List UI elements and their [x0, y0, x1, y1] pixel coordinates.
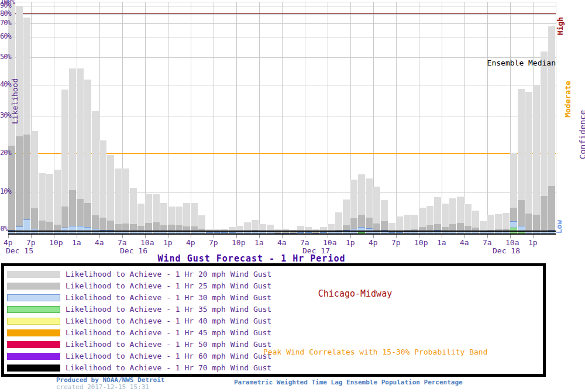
legend-swatch: [7, 283, 60, 290]
legend-label: Likelihood to Achieve - 1 Hr 35 mph Wind…: [66, 305, 271, 314]
y-tick-label: 0%: [0, 226, 8, 232]
x-tick-label: 7p: [209, 238, 218, 247]
ensemble-median-line: [8, 231, 556, 232]
y-tick-label: 20%: [0, 150, 8, 156]
y-tick-label: 50%: [0, 54, 8, 60]
legend-swatch: [7, 353, 60, 360]
x-tick-label: 1a: [437, 238, 446, 247]
legend-label: Likelihood to Achieve - 1 Hr 60 mph Wind…: [66, 352, 271, 360]
ensemble-median-label: Ensemble Median: [487, 59, 556, 67]
site-label: Chicago-Midway: [250, 288, 460, 299]
legend-swatch: [7, 306, 60, 313]
legend-label: Likelihood to Achieve - 1 Hr 40 mph Wind…: [66, 317, 271, 325]
legend-row: Likelihood to Achieve - 1 Hr 45 mph Wind…: [4, 328, 250, 339]
legend-label: Likelihood to Achieve - 1 Hr 45 mph Wind…: [66, 328, 271, 337]
legend-row: Likelihood to Achieve - 1 Hr 40 mph Wind…: [4, 316, 250, 328]
legend-row: Likelihood to Achieve - 1 Hr 70 mph Wind…: [4, 363, 250, 374]
vertical-gridline: [487, 2, 488, 235]
bar-segment-20-mph: [533, 85, 540, 234]
legend-swatch: [7, 318, 60, 325]
x-tick-label: 4p: [186, 238, 195, 247]
y-tick-label: 40%: [0, 82, 8, 87]
legend-swatch: [7, 329, 60, 336]
x-tick-label: 10p: [232, 238, 245, 247]
y-tick-label: 10%: [0, 189, 8, 194]
bar-segment-20-mph: [525, 92, 532, 234]
legend-row: Likelihood to Achieve - 1 Hr 60 mph Wind…: [4, 351, 250, 363]
plot-area: Ensemble Median: [8, 0, 556, 235]
legend-box: Likelihood to Achieve - 1 Hr 20 mph Wind…: [1, 263, 546, 377]
x-tick-label: 7a: [300, 238, 309, 247]
x-tick-label: 1a: [72, 238, 81, 247]
bar-segment-25-mph: [16, 136, 23, 234]
x-tick-label: 7a: [483, 238, 492, 247]
vertical-gridline: [305, 2, 305, 235]
legend-label: Likelihood to Achieve - 1 Hr 20 mph Wind…: [66, 270, 271, 278]
high-confidence-line: [8, 13, 556, 14]
vertical-gridline: [214, 2, 214, 235]
legend-row: Likelihood to Achieve - 1 Hr 35 mph Wind…: [4, 304, 250, 316]
vertical-gridline: [419, 2, 419, 235]
x-tick-label: 10a: [323, 238, 336, 247]
x-tick-label: 1p: [163, 238, 173, 247]
vertical-gridline: [396, 2, 397, 235]
y-tick-label: 60%: [0, 34, 8, 39]
y-tick-label: 70%: [0, 20, 8, 26]
peak-wind-note: Peak Wind Correlates with 15-30% Probabi…: [263, 348, 488, 356]
x-tick-label: 4p: [4, 238, 13, 247]
vertical-gridline: [282, 2, 283, 235]
x-tick-label: 1p: [528, 238, 538, 247]
x-tick-label: 1a: [254, 238, 264, 247]
y-tick-label: 90%: [0, 3, 8, 8]
y-axis-title: Likelihood: [11, 78, 19, 124]
bar-segment-30-mph: [69, 226, 76, 234]
legend-row: Likelihood to Achieve - 1 Hr 20 mph Wind…: [4, 269, 250, 281]
confidence-high-label: High: [556, 17, 565, 35]
x-tick-label: 7p: [391, 238, 401, 247]
legend-swatch: [7, 365, 60, 372]
legend-label: Likelihood to Achieve - 1 Hr 25 mph Wind…: [66, 281, 271, 290]
y-tick-label: 30%: [0, 113, 8, 118]
vertical-gridline: [442, 2, 442, 235]
vertical-gridline: [464, 2, 465, 235]
right-axis-title: Confidence: [578, 110, 585, 159]
x-tick-label: 7a: [118, 238, 127, 247]
x-tick-label: 4a: [460, 238, 469, 247]
legend-label: Likelihood to Achieve - 1 Hr 30 mph Wind…: [66, 293, 271, 302]
x-tick-label: 4a: [95, 238, 104, 247]
x-tick-label: 1p: [346, 238, 355, 247]
vertical-gridline: [236, 2, 237, 235]
confidence-moderate-label: Moderate: [563, 81, 572, 118]
x-tick-label: 10p: [414, 238, 428, 247]
chart-title: Wind Gust Forecast - 1 Hr Period: [0, 253, 503, 264]
legend-row: Likelihood to Achieve - 1 Hr 50 mph Wind…: [4, 339, 250, 351]
legend-row: Likelihood to Achieve - 1 Hr 25 mph Wind…: [4, 281, 250, 293]
y-tick-label: 80%: [0, 11, 8, 16]
x-tick-label: 4p: [369, 238, 378, 247]
vertical-gridline: [168, 2, 168, 235]
wind-gust-forecast-chart: Ensemble Median 100%90%80%70%60%50%40%30…: [0, 0, 585, 392]
x-tick-label: 10a: [140, 238, 154, 247]
vertical-gridline: [556, 2, 556, 235]
bar-segment-30-mph: [23, 219, 30, 234]
x-tick-label: 4a: [277, 238, 287, 247]
legend-swatch: [7, 341, 60, 348]
x-tick-label: 7p: [26, 238, 36, 247]
x-tick-label: 10a: [505, 238, 519, 247]
bar-segment-30-mph: [77, 226, 84, 234]
legend-row: Likelihood to Achieve - 1 Hr 30 mph Wind…: [4, 293, 250, 304]
legend-label: Likelihood to Achieve - 1 Hr 50 mph Wind…: [66, 340, 271, 349]
x-tick-label: 10p: [49, 238, 63, 247]
bar-segment-25-mph: [541, 196, 548, 234]
vertical-gridline: [259, 2, 260, 235]
bar-segment-25-mph: [548, 186, 555, 234]
vertical-gridline: [328, 2, 328, 235]
footer-created-timestamp: created 2017-12-15 15:31: [56, 383, 149, 391]
vertical-gridline: [191, 2, 191, 235]
confidence-low-label: Low: [555, 220, 563, 233]
legend-swatch: [7, 294, 60, 301]
legend-label: Likelihood to Achieve - 1 Hr 70 mph Wind…: [66, 363, 271, 372]
legend-swatch: [7, 271, 60, 278]
footer-method-note: Parametric Weighted Time Lag Ensemble Po…: [234, 379, 463, 386]
